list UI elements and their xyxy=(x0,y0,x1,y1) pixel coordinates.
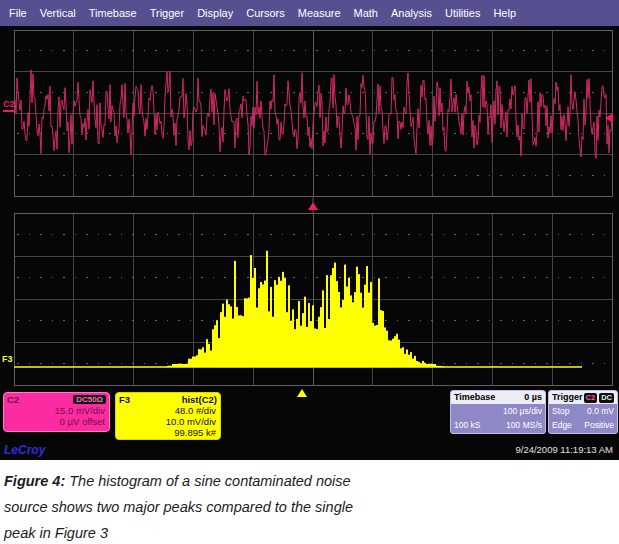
f3-vertical-scale: 48.0 #/div xyxy=(116,405,220,416)
trigger-coupling-badge: DC xyxy=(599,393,614,403)
menu-item-file[interactable]: File xyxy=(9,7,27,19)
trigger-slope: Positive xyxy=(584,418,614,432)
menu-item-math[interactable]: Math xyxy=(354,7,378,19)
trigger-level: 0.0 mV xyxy=(587,404,614,418)
f3-name: F3 xyxy=(119,394,130,405)
trigger-title: Trigger xyxy=(552,391,583,404)
f3-trace-label: F3 xyxy=(2,354,13,364)
menu-item-help[interactable]: Help xyxy=(493,7,516,19)
channel2-descriptor-box[interactable]: C2 DC50Ω 15.0 mV/div 0 µV offset xyxy=(3,392,110,432)
timebase-rate: 100 MS/s xyxy=(506,418,542,432)
menu-item-trigger[interactable]: Trigger xyxy=(150,7,184,19)
menu-item-utilities[interactable]: Utilities xyxy=(445,7,480,19)
caption-line-2: source shows two major peaks compared to… xyxy=(4,494,615,520)
f3-function: hist(C2) xyxy=(182,394,217,405)
f3-horizontal-scale: 10.0 mV/div xyxy=(116,416,220,427)
waveform-display: C2 F3 xyxy=(0,26,619,398)
menu-bar: File Vertical Timebase Trigger Display C… xyxy=(0,0,619,26)
timebase-offset: 0 µs xyxy=(524,391,542,404)
trigger-panel[interactable]: Trigger C2 DC Stop 0.0 mV Edge Positive xyxy=(548,390,618,434)
histogram-center-marker-icon[interactable] xyxy=(297,389,307,397)
oscilloscope-screen: File Vertical Timebase Trigger Display C… xyxy=(0,0,619,460)
page: File Vertical Timebase Trigger Display C… xyxy=(0,0,619,544)
channel2-name: C2 xyxy=(7,394,19,405)
trigger-time-marker-icon[interactable] xyxy=(308,202,318,210)
menu-item-analysis[interactable]: Analysis xyxy=(391,7,432,19)
trigger-mode: Stop xyxy=(552,404,570,418)
menu-item-measure[interactable]: Measure xyxy=(298,7,341,19)
lecroy-logo: LeCroy xyxy=(4,443,45,457)
menu-item-vertical[interactable]: Vertical xyxy=(40,7,76,19)
caption-line-3: peak in Figure 3 xyxy=(4,520,615,544)
timebase-panel[interactable]: Timebase 0 µs 100 µs/div 100 kS 100 MS/s xyxy=(450,390,546,434)
channel2-scale: 15.0 mV/div xyxy=(4,405,109,416)
timebase-per-div: 100 µs/div xyxy=(503,404,542,418)
caption-label: Figure 4: xyxy=(4,473,65,489)
caption-text-1: The histogram of a sine contaminated noi… xyxy=(69,473,350,489)
timebase-title: Timebase xyxy=(454,391,495,404)
channel2-coupling-badge: DC50Ω xyxy=(73,395,106,404)
menu-item-cursors[interactable]: Cursors xyxy=(246,7,285,19)
f3-population: 99.895 k# xyxy=(116,427,220,438)
histogram-trace xyxy=(14,251,582,367)
timestamp: 9/24/2009 11:19:13 AM xyxy=(515,444,613,455)
trigger-type: Edge xyxy=(552,418,572,432)
menu-item-display[interactable]: Display xyxy=(197,7,233,19)
f3-descriptor-box[interactable]: F3 hist(C2) 48.0 #/div 10.0 mV/div 99.89… xyxy=(115,392,221,440)
caption-line-1: Figure 4: The histogram of a sine contam… xyxy=(4,468,615,494)
channel2-trace-label: C2 xyxy=(3,99,15,109)
trigger-source-badge: C2 xyxy=(584,393,598,403)
channel2-offset: 0 µV offset xyxy=(4,416,109,427)
menu-item-timebase[interactable]: Timebase xyxy=(89,7,137,19)
figure-caption: Figure 4: The histogram of a sine contam… xyxy=(0,461,619,544)
timebase-samples: 100 kS xyxy=(454,418,480,432)
channel2-level-indicator xyxy=(3,110,14,112)
